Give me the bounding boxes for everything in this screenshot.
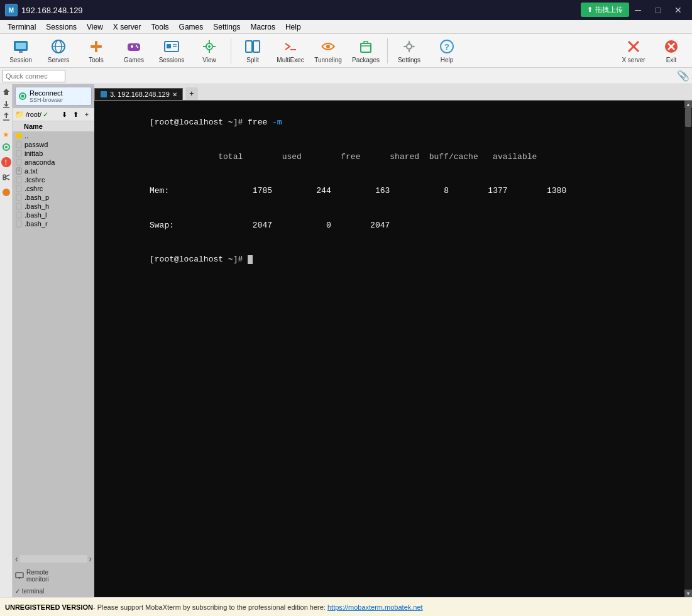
main-area: ★ ! Reconnect SSH-browser (0, 84, 692, 597)
toolbar-games[interactable]: Games (116, 36, 152, 66)
svg-rect-62 (16, 212, 21, 218)
file-item[interactable]: a.txt (13, 167, 94, 175)
maximize-button[interactable]: □ (649, 4, 667, 16)
toolbar-tools[interactable]: Tools (78, 36, 114, 66)
nav-scrollbar[interactable] (19, 555, 88, 563)
file-name: inittab (25, 150, 43, 157)
file-item[interactable]: passwd (13, 140, 94, 149)
toolbar-separator-1 (231, 38, 231, 63)
tab-close-button[interactable]: ✕ (172, 91, 177, 98)
exit-label: Exit (666, 57, 677, 63)
menu-xserver[interactable]: X server (108, 21, 146, 33)
titlebar-controls: ─ □ ✕ (629, 4, 687, 16)
file-item[interactable]: .bash_r (13, 219, 94, 228)
svg-point-20 (208, 45, 211, 48)
view-icon (200, 38, 218, 55)
scroll-down-arrow[interactable]: ▼ (684, 590, 692, 597)
file-new-btn[interactable]: + (82, 109, 92, 119)
close-button[interactable]: ✕ (669, 4, 687, 16)
minimize-button[interactable]: ─ (629, 4, 647, 16)
status-text: - Please support MobaXterm by subscribin… (93, 603, 326, 611)
file-upload-btn[interactable]: ⬆ (70, 109, 80, 119)
toolbar-multiexec[interactable]: MultiExec (272, 36, 309, 66)
file-item[interactable]: .cshrc (13, 184, 94, 193)
menu-tools[interactable]: Tools (146, 21, 174, 33)
menu-help[interactable]: Help (280, 21, 306, 33)
nav-right-arrow[interactable]: › (89, 554, 92, 564)
terminal-line-command: [root@localhost ~]# free -m (101, 106, 678, 140)
folder-icon: 📁 (15, 110, 25, 119)
file-item[interactable]: anaconda (13, 158, 94, 167)
toolbar-help[interactable]: ? Help (429, 36, 465, 66)
svg-point-14 (137, 47, 138, 48)
term-prompt-1: [root@localhost ~]# (150, 118, 248, 127)
strip-download[interactable] (1, 99, 11, 109)
svg-rect-67 (101, 91, 107, 97)
status-link[interactable]: https://mobaxterm.mobatek.net (327, 603, 423, 611)
file-name: .bash_l (25, 211, 47, 219)
toolbar-exit[interactable]: Exit (653, 36, 689, 66)
strip-scissors[interactable] (1, 172, 11, 182)
toolbar-split[interactable]: Split (234, 36, 271, 66)
sessions-icon (163, 38, 180, 55)
svg-point-43 (5, 146, 8, 148)
help-label: Help (441, 57, 454, 63)
remote-monitor-item[interactable]: Remote monitori (13, 566, 94, 585)
tunneling-label: Tunneling (314, 57, 342, 63)
strip-connect[interactable] (1, 142, 11, 152)
toolbar-xserver[interactable]: X server (615, 36, 652, 66)
svg-rect-53 (16, 150, 21, 157)
file-item[interactable]: .bash_p (13, 193, 94, 202)
file-name: .bash_r (25, 220, 48, 228)
file-name: a.txt (25, 167, 38, 175)
remote-monitor-label2: monitori (26, 576, 49, 583)
file-item[interactable]: .. (13, 131, 94, 140)
file-section: 📁 /root/ ✓ ⬇ ⬆ + Name .. (13, 108, 94, 551)
toolbar-tunneling[interactable]: Tunneling (310, 36, 346, 66)
quick-connect-input[interactable] (3, 70, 65, 82)
file-item[interactable]: .bash_l (13, 211, 94, 219)
file-item[interactable]: inittab (13, 149, 94, 158)
nav-left-arrow[interactable]: ‹ (15, 554, 18, 564)
svg-rect-51 (16, 133, 22, 138)
menu-terminal[interactable]: Terminal (3, 21, 41, 33)
terminal[interactable]: [root@localhost ~]# free -m total used f… (94, 101, 684, 597)
scroll-thumb[interactable] (685, 108, 691, 127)
scroll-track[interactable] (684, 108, 692, 590)
packages-icon (357, 38, 375, 55)
toolbar-sessions[interactable]: Sessions (153, 36, 190, 66)
games-label: Games (124, 57, 144, 63)
terminal-scrollbar[interactable]: ▲ ▼ (684, 101, 692, 597)
menu-sessions[interactable]: Sessions (41, 21, 82, 33)
strip-upload[interactable] (1, 112, 11, 122)
upload-button[interactable]: ⬆ 拖拽上传 (581, 3, 629, 17)
split-label: Split (246, 57, 258, 63)
status-unregistered: UNREGISTERED VERSION (5, 603, 93, 611)
file-item[interactable]: .bash_h (13, 202, 94, 211)
toolbar-session[interactable]: Session (3, 36, 39, 66)
svg-rect-9 (95, 41, 97, 52)
file-download-btn[interactable]: ⬇ (59, 109, 69, 119)
reconnect-button[interactable]: Reconnect SSH-browser (15, 87, 92, 106)
term-cmd: free (248, 118, 272, 127)
term-mem-avail: 1380 (508, 186, 567, 195)
new-tab-button[interactable]: + (185, 87, 198, 100)
split-icon (244, 38, 261, 55)
scroll-up-arrow[interactable]: ▲ (684, 101, 692, 108)
toolbar-servers[interactable]: Servers (40, 36, 77, 66)
toolbar-packages[interactable]: Packages (348, 36, 384, 66)
strip-home[interactable] (1, 87, 11, 97)
strip-star[interactable]: ★ (1, 129, 11, 140)
menu-view[interactable]: View (82, 21, 108, 33)
tab-session-3[interactable]: 3. 192.168.248.129 ✕ (94, 88, 183, 100)
attach-icon[interactable]: 📎 (677, 70, 689, 82)
toolbar-view[interactable]: View (191, 36, 228, 66)
file-item[interactable]: .tcshrc (13, 175, 94, 184)
v-terminal-item[interactable]: ✓ terminal (13, 585, 94, 597)
menu-macros[interactable]: Macros (246, 21, 280, 33)
toolbar-settings[interactable]: Settings (391, 36, 427, 66)
menu-settings[interactable]: Settings (208, 21, 245, 33)
menu-games[interactable]: Games (174, 21, 209, 33)
toolbar-separator-2 (387, 38, 388, 63)
strip-orange-circle[interactable] (1, 187, 11, 197)
